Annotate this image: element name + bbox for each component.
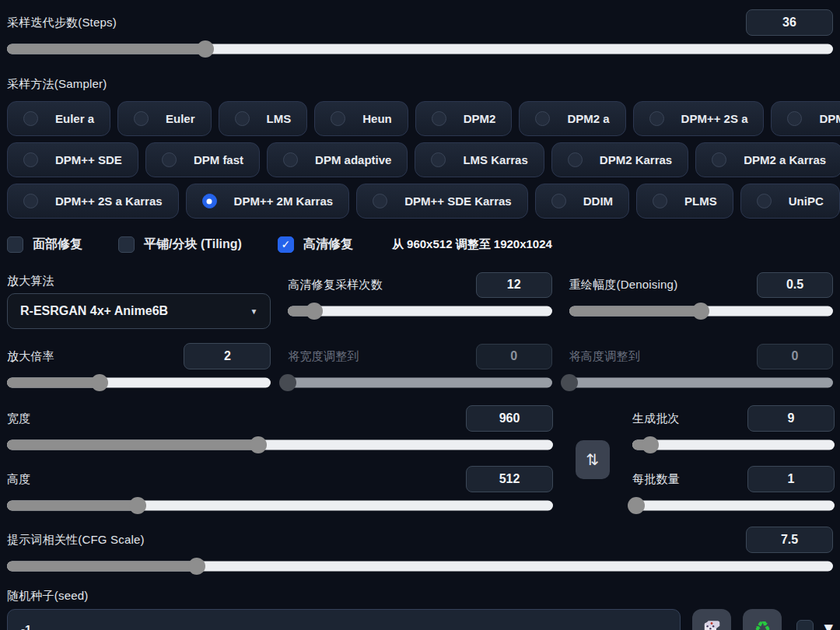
sampler-option[interactable]: Euler a [7,101,110,136]
sampler-option[interactable]: PLMS [636,184,733,219]
seed-input[interactable] [7,609,681,630]
cfg-input[interactable] [746,527,833,553]
sampler-option-label: DPM++ 2S a [681,112,748,125]
sampler-option[interactable]: DPM2 a Karras [695,142,840,177]
radio-icon [202,194,217,208]
reuse-seed-button[interactable]: ♻ [743,609,782,630]
height-input[interactable] [466,466,553,492]
sampler-option[interactable]: DPM++ SDE Karras [356,184,528,219]
resize-width-label: 将宽度调整到 [288,349,359,364]
resize-width-slider [288,374,551,391]
batch-count-input[interactable] [747,405,835,432]
sampler-option[interactable]: DPM2 [415,101,513,136]
batch-size-input[interactable] [747,466,835,492]
sampler-option[interactable]: Heun [314,101,408,136]
sampler-option[interactable]: LMS Karras [415,142,544,177]
sampler-option[interactable]: DPM2 a [519,101,625,136]
resize-height-slider [569,374,833,391]
dimensions-column: 宽度 高度 [7,405,553,514]
hires-steps-input[interactable] [476,272,552,298]
steps-input[interactable] [746,9,833,36]
face-restore-toggle[interactable]: 面部修复 [7,236,82,253]
sampler-option-label: DPM++ 2M Karras [234,194,334,208]
sampler-option-label: LMS Karras [463,153,527,166]
radio-icon [431,152,446,167]
slider-handle[interactable] [642,436,659,453]
resize-width-control: 将宽度调整到 [288,343,551,391]
toggles-row: 面部修复 平铺/分块 (Tiling) 高清修复 从 960x512 调整至 1… [7,233,833,256]
sampler-option[interactable]: DPM++ 2S a [633,101,765,136]
upscale-by-control: 放大倍率 [7,343,271,391]
batch-count-slider[interactable] [632,436,835,453]
sampler-option[interactable]: UniPC [740,184,840,219]
radio-icon [23,111,38,126]
slider-handle[interactable] [188,558,205,575]
sampler-option[interactable]: Euler [117,101,212,136]
denoising-input[interactable] [757,272,833,298]
denoising-slider[interactable] [569,303,833,320]
resize-height-input [757,344,833,369]
dice-icon [702,618,722,630]
checkbox-icon[interactable] [7,236,23,253]
hires-fix-label: 高清修复 [303,236,353,253]
cfg-slider[interactable] [7,558,833,575]
radio-icon [649,111,664,126]
width-control: 宽度 [7,405,553,453]
radio-icon [331,111,345,126]
hires-steps-control: 高清修复采样次数 [288,271,551,329]
slider-handle[interactable] [628,497,645,514]
sampler-option-label: DPM++ SDE [55,153,122,166]
batch-size-slider[interactable] [632,497,835,514]
sampler-option[interactable]: DPM fast [145,142,260,177]
sampler-option[interactable]: DDIM [535,184,629,219]
sampler-label: 采样方法(Sampler) [7,77,107,92]
hires-steps-slider[interactable] [288,303,551,320]
checkbox-icon[interactable] [118,236,135,253]
upscale-by-slider[interactable] [7,374,271,391]
steps-slider[interactable] [7,40,833,58]
cfg-control: 提示词相关性(CFG Scale) [7,527,833,575]
sampler-option-label: LMS [267,112,292,125]
sampler-options: Euler a Euler LMS Heun DPM2 DPM2 a DPM++… [7,101,833,219]
sampler-option[interactable]: LMS [219,101,308,136]
tiling-toggle[interactable]: 平铺/分块 (Tiling) [118,236,242,253]
random-seed-button[interactable] [692,609,731,630]
width-input[interactable] [466,405,553,432]
width-slider[interactable] [7,436,553,453]
height-slider[interactable] [7,497,553,514]
radio-icon [23,152,38,167]
upscale-by-label: 放大倍率 [7,349,54,364]
face-restore-label: 面部修复 [33,236,82,253]
checkbox-checked-icon[interactable] [278,236,294,253]
slider-handle[interactable] [306,303,323,320]
sampler-option[interactable]: DPM++ 2M Karras [186,184,350,219]
upscale-by-input[interactable] [184,343,271,369]
slider-handle[interactable] [129,497,146,514]
seed-extra-checkbox[interactable] [796,620,814,630]
sampler-option[interactable]: DPM++ SDE [7,142,138,177]
sampler-option-label: DDIM [583,194,613,208]
sampler-option-label: Euler a [55,112,94,125]
resize-info-text: 从 960x512 调整至 1920x1024 [392,237,552,252]
sampler-option-label: DPM++ 2M [819,112,840,125]
slider-handle[interactable] [250,436,267,453]
sampler-section: 采样方法(Sampler) [7,73,833,95]
sampler-option[interactable]: DPM++ 2S a Karras [7,184,179,219]
sampler-option[interactable]: DPM2 Karras [551,142,688,177]
seed-extra-dropdown-icon[interactable]: ▼ [824,621,833,630]
sampler-row: DPM++ 2S a Karras DPM++ 2M Karras DPM++ … [7,184,833,219]
hires-fix-toggle[interactable]: 高清修复 [278,236,353,253]
batch-count-control: 生成批次 [632,405,835,453]
slider-handle[interactable] [692,303,709,320]
slider-handle[interactable] [91,374,108,391]
sampler-option-label: UniPC [789,194,824,208]
sampler-option-label: PLMS [684,194,717,208]
batch-size-control: 每批数量 [632,466,835,514]
resize-height-label: 将高度调整到 [569,349,640,364]
sampler-option[interactable]: DPM adaptive [267,142,408,177]
batch-count-label: 生成批次 [632,411,680,426]
swap-dimensions-button[interactable]: ⇅ [576,440,610,479]
upscaler-dropdown[interactable]: R-ESRGAN 4x+ Anime6B ▼ [7,293,271,329]
sampler-option[interactable]: DPM++ 2M [771,101,840,136]
slider-handle[interactable] [197,40,214,58]
